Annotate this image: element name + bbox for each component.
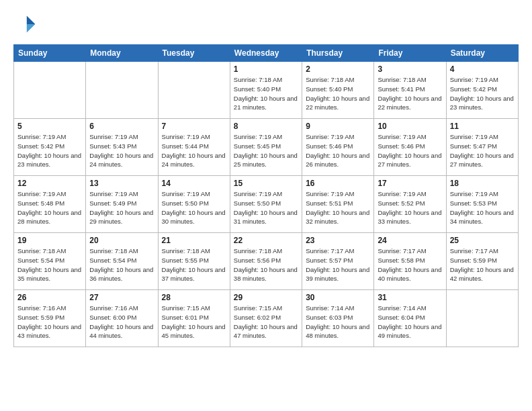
calendar-cell: 20Sunrise: 7:18 AM Sunset: 5:54 PM Dayli…: [86, 233, 158, 290]
day-number: 5: [17, 122, 82, 131]
day-number: 17: [378, 179, 442, 188]
day-number: 8: [234, 122, 298, 131]
day-info: Sunrise: 7:15 AM Sunset: 6:01 PM Dayligh…: [162, 304, 226, 340]
day-number: 28: [162, 293, 226, 302]
calendar-cell: [158, 62, 230, 119]
calendar-cell: 31Sunrise: 7:14 AM Sunset: 6:04 PM Dayli…: [374, 290, 446, 347]
day-info: Sunrise: 7:19 AM Sunset: 5:46 PM Dayligh…: [306, 132, 370, 169]
day-info: Sunrise: 7:18 AM Sunset: 5:56 PM Dayligh…: [234, 246, 298, 283]
calendar-cell: 21Sunrise: 7:18 AM Sunset: 5:55 PM Dayli…: [158, 233, 230, 290]
day-info: Sunrise: 7:17 AM Sunset: 5:58 PM Dayligh…: [378, 246, 442, 283]
calendar-cell: 25Sunrise: 7:17 AM Sunset: 5:59 PM Dayli…: [446, 233, 518, 290]
weekday-header-monday: Monday: [86, 45, 158, 62]
calendar-cell: 14Sunrise: 7:19 AM Sunset: 5:50 PM Dayli…: [158, 176, 230, 233]
calendar-cell: 22Sunrise: 7:18 AM Sunset: 5:56 PM Dayli…: [230, 233, 302, 290]
day-number: 4: [450, 64, 515, 74]
day-info: Sunrise: 7:19 AM Sunset: 5:47 PM Dayligh…: [450, 132, 515, 169]
weekday-header-wednesday: Wednesday: [230, 45, 302, 62]
calendar-cell: 15Sunrise: 7:19 AM Sunset: 5:50 PM Dayli…: [230, 176, 302, 233]
calendar-cell: [14, 62, 86, 119]
day-number: 21: [162, 236, 226, 245]
page: SundayMondayTuesdayWednesdayThursdayFrid…: [0, 0, 532, 359]
day-info: Sunrise: 7:17 AM Sunset: 5:57 PM Dayligh…: [306, 246, 370, 283]
calendar-cell: 28Sunrise: 7:15 AM Sunset: 6:01 PM Dayli…: [158, 290, 230, 347]
calendar-cell: [86, 62, 158, 119]
calendar-cell: 17Sunrise: 7:19 AM Sunset: 5:52 PM Dayli…: [374, 176, 446, 233]
day-number: 13: [89, 179, 154, 188]
day-number: 6: [89, 122, 154, 131]
calendar-cell: 24Sunrise: 7:17 AM Sunset: 5:58 PM Dayli…: [374, 233, 446, 290]
calendar-cell: 12Sunrise: 7:19 AM Sunset: 5:48 PM Dayli…: [14, 176, 86, 233]
day-number: 7: [162, 122, 226, 131]
day-number: 27: [89, 293, 154, 302]
day-number: 12: [17, 179, 82, 188]
week-row-3: 12Sunrise: 7:19 AM Sunset: 5:48 PM Dayli…: [14, 176, 519, 233]
day-info: Sunrise: 7:19 AM Sunset: 5:50 PM Dayligh…: [162, 189, 226, 226]
day-info: Sunrise: 7:18 AM Sunset: 5:54 PM Dayligh…: [17, 246, 82, 283]
svg-marker-0: [27, 15, 36, 24]
weekday-header-saturday: Saturday: [446, 45, 518, 62]
day-info: Sunrise: 7:15 AM Sunset: 6:02 PM Dayligh…: [234, 304, 298, 340]
day-info: Sunrise: 7:16 AM Sunset: 5:59 PM Dayligh…: [17, 304, 82, 340]
day-info: Sunrise: 7:18 AM Sunset: 5:54 PM Dayligh…: [89, 246, 154, 283]
day-number: 25: [450, 236, 515, 245]
logo: [13, 12, 40, 36]
week-row-2: 5Sunrise: 7:19 AM Sunset: 5:42 PM Daylig…: [14, 119, 519, 176]
day-number: 23: [306, 236, 370, 245]
calendar-cell: 18Sunrise: 7:19 AM Sunset: 5:53 PM Dayli…: [446, 176, 518, 233]
calendar-cell: 9Sunrise: 7:19 AM Sunset: 5:46 PM Daylig…: [302, 119, 374, 176]
calendar-cell: 6Sunrise: 7:19 AM Sunset: 5:43 PM Daylig…: [86, 119, 158, 176]
day-number: 31: [378, 293, 442, 302]
weekday-header-thursday: Thursday: [302, 45, 374, 62]
calendar-cell: 23Sunrise: 7:17 AM Sunset: 5:57 PM Dayli…: [302, 233, 374, 290]
svg-marker-1: [27, 24, 36, 33]
day-number: 29: [234, 293, 298, 302]
calendar-cell: 10Sunrise: 7:19 AM Sunset: 5:46 PM Dayli…: [374, 119, 446, 176]
calendar-cell: 3Sunrise: 7:18 AM Sunset: 5:41 PM Daylig…: [374, 62, 446, 119]
day-number: 24: [378, 236, 442, 245]
calendar-cell: 13Sunrise: 7:19 AM Sunset: 5:49 PM Dayli…: [86, 176, 158, 233]
day-info: Sunrise: 7:18 AM Sunset: 5:41 PM Dayligh…: [378, 75, 442, 112]
calendar-table: SundayMondayTuesdayWednesdayThursdayFrid…: [13, 44, 519, 347]
day-number: 19: [17, 236, 82, 245]
calendar-cell: 4Sunrise: 7:19 AM Sunset: 5:42 PM Daylig…: [446, 62, 518, 119]
calendar-cell: 2Sunrise: 7:18 AM Sunset: 5:40 PM Daylig…: [302, 62, 374, 119]
day-info: Sunrise: 7:18 AM Sunset: 5:40 PM Dayligh…: [306, 75, 370, 112]
calendar-cell: 29Sunrise: 7:15 AM Sunset: 6:02 PM Dayli…: [230, 290, 302, 347]
day-number: 26: [17, 293, 82, 302]
week-row-1: 1Sunrise: 7:18 AM Sunset: 5:40 PM Daylig…: [14, 62, 519, 119]
day-info: Sunrise: 7:18 AM Sunset: 5:40 PM Dayligh…: [234, 75, 298, 112]
day-number: 15: [234, 179, 298, 188]
day-number: 18: [450, 179, 515, 188]
day-info: Sunrise: 7:19 AM Sunset: 5:48 PM Dayligh…: [17, 189, 82, 226]
day-info: Sunrise: 7:18 AM Sunset: 5:55 PM Dayligh…: [162, 246, 226, 283]
week-row-4: 19Sunrise: 7:18 AM Sunset: 5:54 PM Dayli…: [14, 233, 519, 290]
day-number: 1: [234, 64, 298, 74]
calendar-cell: 30Sunrise: 7:14 AM Sunset: 6:03 PM Dayli…: [302, 290, 374, 347]
day-number: 11: [450, 122, 515, 131]
day-info: Sunrise: 7:19 AM Sunset: 5:53 PM Dayligh…: [450, 189, 515, 226]
calendar-cell: 7Sunrise: 7:19 AM Sunset: 5:44 PM Daylig…: [158, 119, 230, 176]
week-row-5: 26Sunrise: 7:16 AM Sunset: 5:59 PM Dayli…: [14, 290, 519, 347]
logo-icon: [13, 12, 38, 36]
day-number: 2: [306, 64, 370, 74]
day-info: Sunrise: 7:19 AM Sunset: 5:51 PM Dayligh…: [306, 189, 370, 226]
calendar-cell: 16Sunrise: 7:19 AM Sunset: 5:51 PM Dayli…: [302, 176, 374, 233]
header: [13, 12, 519, 36]
calendar-cell: 1Sunrise: 7:18 AM Sunset: 5:40 PM Daylig…: [230, 62, 302, 119]
day-number: 3: [378, 64, 442, 74]
weekday-header-sunday: Sunday: [14, 45, 86, 62]
day-info: Sunrise: 7:17 AM Sunset: 5:59 PM Dayligh…: [450, 246, 515, 283]
calendar-cell: 27Sunrise: 7:16 AM Sunset: 6:00 PM Dayli…: [86, 290, 158, 347]
calendar-cell: 8Sunrise: 7:19 AM Sunset: 5:45 PM Daylig…: [230, 119, 302, 176]
day-info: Sunrise: 7:16 AM Sunset: 6:00 PM Dayligh…: [89, 304, 154, 340]
day-info: Sunrise: 7:19 AM Sunset: 5:46 PM Dayligh…: [378, 132, 442, 169]
calendar-cell: 5Sunrise: 7:19 AM Sunset: 5:42 PM Daylig…: [14, 119, 86, 176]
day-number: 22: [234, 236, 298, 245]
calendar-cell: 26Sunrise: 7:16 AM Sunset: 5:59 PM Dayli…: [14, 290, 86, 347]
day-number: 9: [306, 122, 370, 131]
day-number: 14: [162, 179, 226, 188]
calendar-cell: 19Sunrise: 7:18 AM Sunset: 5:54 PM Dayli…: [14, 233, 86, 290]
weekday-header-friday: Friday: [374, 45, 446, 62]
calendar-cell: 11Sunrise: 7:19 AM Sunset: 5:47 PM Dayli…: [446, 119, 518, 176]
